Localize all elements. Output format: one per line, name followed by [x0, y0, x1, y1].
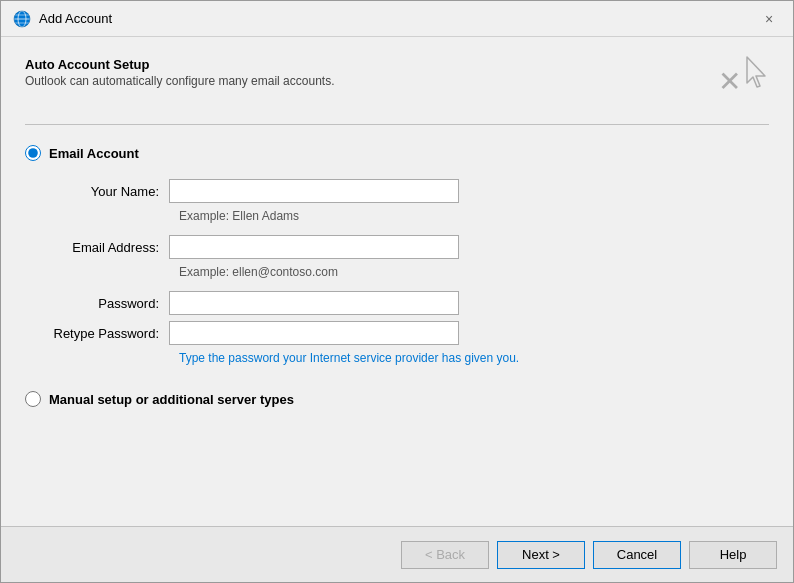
- cursor-decoration-icon: ✕​: [718, 55, 769, 98]
- section-divider: [25, 124, 769, 125]
- email-hint: Example: ellen@contoso.com: [179, 265, 769, 279]
- email-account-form: Your Name: Example: Ellen Adams Email Ad…: [49, 179, 769, 365]
- dialog-footer: < Back Next > Cancel Help: [1, 526, 793, 582]
- password-hint: Type the password your Internet service …: [179, 351, 769, 365]
- password-input[interactable]: [169, 291, 459, 315]
- back-button[interactable]: < Back: [401, 541, 489, 569]
- email-input[interactable]: [169, 235, 459, 259]
- email-account-radio[interactable]: [25, 145, 41, 161]
- password-row: Password:: [49, 291, 769, 315]
- email-row: Email Address:: [49, 235, 769, 259]
- help-button[interactable]: Help: [689, 541, 777, 569]
- retype-password-input[interactable]: [169, 321, 459, 345]
- auto-setup-title: Auto Account Setup: [25, 57, 335, 72]
- pointer-icon: [741, 55, 769, 91]
- header-row: Auto Account Setup Outlook can automatic…: [25, 57, 769, 104]
- svg-marker-6: [747, 57, 765, 87]
- section-header: Auto Account Setup Outlook can automatic…: [25, 57, 335, 88]
- next-button[interactable]: Next >: [497, 541, 585, 569]
- password-label: Password:: [49, 296, 169, 311]
- manual-setup-option: Manual setup or additional server types: [25, 391, 769, 407]
- retype-password-label: Retype Password:: [49, 326, 169, 341]
- title-bar: Add Account ×: [1, 1, 793, 37]
- email-account-option: Email Account: [25, 145, 769, 161]
- auto-setup-subtitle: Outlook can automatically configure many…: [25, 74, 335, 88]
- name-input[interactable]: [169, 179, 459, 203]
- cancel-button[interactable]: Cancel: [593, 541, 681, 569]
- close-button[interactable]: ×: [757, 7, 781, 31]
- title-bar-left: Add Account: [13, 10, 112, 28]
- email-label: Email Address:: [49, 240, 169, 255]
- outlook-icon: [13, 10, 31, 28]
- name-label: Your Name:: [49, 184, 169, 199]
- dialog-title: Add Account: [39, 11, 112, 26]
- name-hint: Example: Ellen Adams: [179, 209, 769, 223]
- add-account-dialog: Add Account × Auto Account Setup Outlook…: [0, 0, 794, 583]
- name-row: Your Name:: [49, 179, 769, 203]
- dialog-body: Auto Account Setup Outlook can automatic…: [1, 37, 793, 526]
- email-account-label[interactable]: Email Account: [49, 146, 139, 161]
- manual-setup-radio[interactable]: [25, 391, 41, 407]
- manual-setup-label[interactable]: Manual setup or additional server types: [49, 392, 294, 407]
- retype-password-row: Retype Password:: [49, 321, 769, 345]
